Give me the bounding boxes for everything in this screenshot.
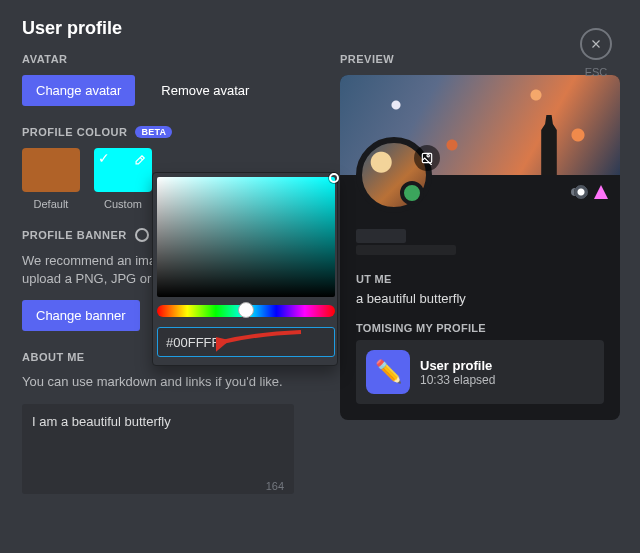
profile-preview-card: UT ME a beautiful butterfly TOMISING MY … bbox=[340, 75, 620, 420]
preview-tag bbox=[356, 245, 456, 255]
profile-colour-label-text: PROFILE COLOUR bbox=[22, 126, 127, 138]
saturation-thumb[interactable] bbox=[329, 173, 339, 183]
badge-nitro-icon bbox=[574, 185, 588, 199]
activity-card: ✏️ User profile 10:33 elapsed bbox=[356, 340, 604, 404]
preview-section-label: PREVIEW bbox=[340, 53, 620, 65]
profile-colour-custom-swatch[interactable]: ✓ bbox=[94, 148, 152, 192]
preview-about-label: UT ME bbox=[356, 273, 604, 285]
beta-badge: BETA bbox=[135, 126, 172, 138]
change-banner-button[interactable]: Change banner bbox=[22, 300, 140, 331]
activity-pencil-icon: ✏️ bbox=[366, 350, 410, 394]
profile-banner-label-text: PROFILE BANNER bbox=[22, 229, 127, 241]
activity-elapsed: 10:33 elapsed bbox=[420, 373, 495, 387]
remove-avatar-button[interactable]: Remove avatar bbox=[147, 75, 263, 106]
activity-title: User profile bbox=[420, 358, 495, 373]
change-avatar-button[interactable]: Change avatar bbox=[22, 75, 135, 106]
hue-slider[interactable] bbox=[157, 305, 335, 317]
custom-swatch-label: Custom bbox=[94, 198, 152, 210]
page-title: User profile bbox=[22, 18, 618, 39]
edit-banner-button[interactable] bbox=[414, 145, 440, 171]
banner-figure bbox=[536, 115, 562, 175]
hue-thumb[interactable] bbox=[238, 302, 254, 318]
hex-input[interactable] bbox=[157, 327, 335, 357]
preview-about-text: a beautiful butterfly bbox=[356, 291, 604, 306]
profile-colour-default-swatch[interactable] bbox=[22, 148, 80, 192]
eyedropper-icon bbox=[132, 154, 146, 171]
avatar-section-label: AVATAR bbox=[22, 53, 312, 65]
check-icon: ✓ bbox=[98, 150, 110, 166]
about-me-help-text: You can use markdown and links if you'd … bbox=[22, 373, 312, 391]
color-picker-popover bbox=[152, 172, 338, 366]
close-button[interactable] bbox=[580, 28, 612, 60]
saturation-field[interactable] bbox=[157, 177, 335, 297]
about-me-textarea[interactable] bbox=[22, 404, 294, 494]
close-label: ESC bbox=[580, 66, 612, 78]
nitro-badge-icon bbox=[135, 228, 149, 242]
default-swatch-label: Default bbox=[22, 198, 80, 210]
preview-customising-label: TOMISING MY PROFILE bbox=[356, 322, 604, 334]
profile-colour-section-label: PROFILE COLOUR BETA bbox=[22, 126, 312, 138]
badge-boost-icon bbox=[594, 185, 608, 199]
preview-username bbox=[356, 229, 406, 243]
about-me-char-count: 164 bbox=[266, 480, 284, 492]
